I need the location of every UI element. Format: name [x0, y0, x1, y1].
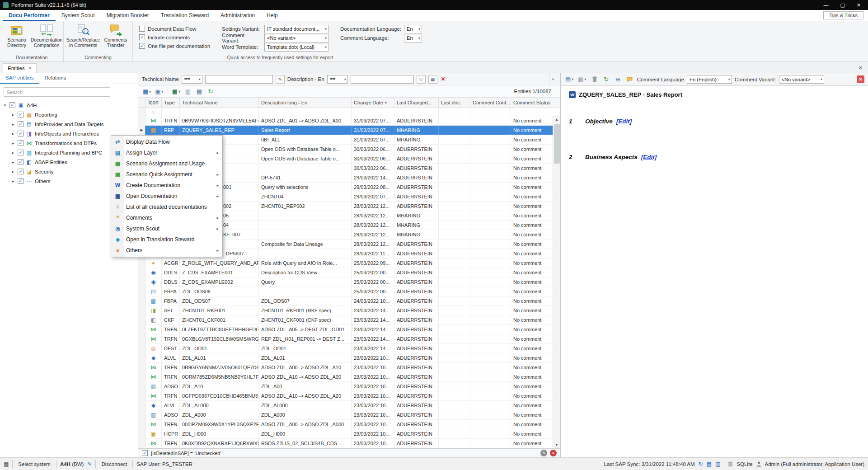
edit-filter-icon[interactable]: ✎ [540, 450, 547, 456]
sync-log-icon[interactable]: ▥ [715, 461, 720, 467]
search-input[interactable] [4, 87, 110, 97]
column-header-last-changed[interactable]: Last Changed... [394, 98, 439, 108]
select-documentation-language[interactable]: En▾ [404, 25, 422, 33]
menu-item-list-of-all-created-documentations[interactable]: ≡List of all created documentations [112, 202, 221, 212]
menu-item-create-documentation[interactable]: WCreate Documentation▸ [112, 180, 221, 191]
table-row[interactable]: ◉DDLSZ_CDS_EXAMPLE002Query25/03/2022 00.… [138, 277, 553, 287]
autofilter-cell[interactable] [180, 108, 259, 116]
wildcard-edit-icon[interactable]: ✎ [276, 75, 285, 84]
edit-link[interactable]: [Edit] [641, 154, 657, 160]
table-row[interactable]: ⋈TRFN0K8XDB92QXNKRXF1JQ6RXWX8RSDS Z2LIS_… [138, 439, 553, 448]
scrollbar-thumb[interactable] [554, 124, 560, 164]
comment-language-select[interactable]: En (English)▾ [687, 75, 732, 84]
table-row[interactable]: ⋈TRFN0B9VW7KSHOSDTZN3VMEL5AF4ADSO ZDL_A0… [138, 116, 553, 126]
close-panel-icon[interactable]: ✕ [856, 65, 865, 73]
vertical-scrollbar[interactable]: ▲ ▼ [553, 116, 560, 448]
close-filter-icon[interactable]: ✕ [550, 450, 557, 456]
menu-item-scenario-assignment-and-usage[interactable]: ▦Scenario Assignment and Usage [112, 158, 221, 169]
autofilter-cell[interactable] [352, 108, 394, 116]
edit-link[interactable]: [Edit] [616, 118, 632, 125]
expander-icon[interactable]: ▸ [11, 122, 15, 127]
column-header-last-doc[interactable]: Last doc. [439, 98, 470, 108]
table-row[interactable]: ⋈TRFN0GFPD0367CD10CBHD465BNU5ADSO ZDL_A1… [138, 391, 553, 401]
table-row[interactable]: ▤FBPAZDL_ODS07ZDL_ODS0724/03/2022 10...A… [138, 296, 553, 306]
expander-icon[interactable]: ▸ [11, 113, 15, 117]
export-option-document-data-flow[interactable]: Document Data Flow [139, 24, 210, 33]
column-header-technical-name[interactable]: Technical Name [180, 98, 259, 108]
expander-icon[interactable]: ▸ [11, 160, 15, 164]
comments-transfer-button[interactable]: Comments Transfer [101, 23, 131, 49]
expander-icon[interactable]: ▸ [11, 179, 15, 183]
grid-view-icon[interactable]: ▤ [195, 87, 204, 96]
autofilter-cell[interactable] [439, 108, 470, 116]
expander-icon[interactable]: ▾ [3, 103, 7, 108]
export-word-icon[interactable]: ▤▾ [564, 75, 574, 84]
select-word-template[interactable]: Template.dotx (Local)▾ [264, 43, 328, 52]
table-row[interactable]: ◉DDLSZ_CDS_EXAMPLE001Description for CDS… [138, 268, 553, 277]
column-header-type[interactable]: Type [162, 98, 180, 108]
tree-item-a4h[interactable]: ▾✓▣A4H [0, 100, 138, 110]
tree-item-reporting[interactable]: ▸✓▦Reporting [0, 110, 138, 119]
save-layout-icon[interactable]: ▣▾ [154, 87, 164, 96]
table-row[interactable]: ⋈TRFN0GXBLGV8T192CL8W0SMSWRGFREP ZDL_H01… [138, 334, 553, 344]
edit-system-icon[interactable]: ✎ [87, 461, 92, 467]
clear-filter-icon[interactable]: ✕ [440, 76, 446, 82]
description-operator-select[interactable]: ==▾ [327, 75, 348, 84]
minimize-button[interactable]: — [823, 2, 828, 8]
table-row[interactable]: ▥ADSOZDL_A000ZDL_A00023/03/2022 10...ADU… [138, 410, 553, 420]
refresh-icon[interactable]: ↻ [206, 87, 215, 96]
documentation-comparison-button[interactable]: Documentation Comparison [32, 23, 61, 49]
table-row[interactable]: ◆ALVLZDL_AL01ZDL_AL0123/03/2022 10...ADU… [138, 353, 553, 363]
select-comment-variant[interactable]: <No variant>▾ [264, 34, 328, 42]
export-doc-icon[interactable]: ▥▾ [577, 75, 587, 84]
checkbox-icon[interactable]: ✓ [18, 150, 23, 155]
expander-icon[interactable]: ▸ [11, 141, 15, 146]
table-row[interactable]: ⋈TRFN0LZFKT9ZTTBC8UEE7RHHGFDGFADSO ZDL_A… [138, 325, 553, 334]
autofilter-cell[interactable] [162, 108, 180, 116]
language-globe-icon[interactable]: ⊕ [614, 75, 623, 84]
table-row[interactable]: ⋈TRFN0B9GGY6NNMZJV0SO601QF7D6ADSO ZDL_A0… [138, 363, 553, 372]
table-row[interactable]: ◨SELZHCNT01_RKF001ZHCNT01_RKF001 (RKF sp… [138, 306, 553, 315]
table-row[interactable]: ◆ALVLZDL_AL000ZDL_AL00023/03/2022 10...A… [138, 401, 553, 410]
technical-name-operator-select[interactable]: ==▾ [182, 75, 202, 84]
checkbox-icon[interactable]: ✓ [18, 131, 23, 136]
column-header-icon[interactable]: Icon [145, 98, 162, 108]
disconnect-button[interactable]: Disconnect [99, 461, 129, 467]
ribbon-tab-administration[interactable]: Administration [215, 10, 261, 21]
customize-grid-icon[interactable]: ▦ [428, 75, 437, 84]
ribbon-tab-migration-booster[interactable]: Migration Booster [101, 10, 155, 21]
technical-name-filter-input[interactable] [205, 75, 273, 84]
export-option-include-comments[interactable]: ✓Include comments [139, 33, 210, 42]
checkbox-icon[interactable]: ✓ [18, 112, 23, 118]
table-row[interactable]: ▶▦REPZQUERY_SALES_REPSales Report31/03/2… [138, 126, 553, 135]
footer-filter-checkbox[interactable]: ✓ [142, 450, 148, 456]
close-tab-icon[interactable]: ✕ [28, 66, 32, 70]
checkbox-icon[interactable]: ✓ [9, 102, 15, 108]
menu-item-open-in-translation-steward[interactable]: ◆Open in Translation Steward [112, 234, 221, 245]
column-header-comment-conf[interactable]: Comment Conf... [470, 98, 511, 108]
scroll-down-icon[interactable]: ▼ [553, 442, 560, 448]
table-row[interactable]: ◎DESTZDL_OD01ZDL_OD0123/03/2022 14...ADU… [138, 344, 553, 353]
table-row[interactable]: ●ACGRZ_ROLE_WITH_QUERY_AND_AFRole with Q… [138, 258, 553, 268]
autofilter-cell[interactable]: ▽ [145, 108, 162, 116]
table-row[interactable]: ▣HCPRZDL_H000ZDL_H00023/03/2022 10...ADU… [138, 429, 553, 439]
maximize-button[interactable]: ▢ [840, 2, 845, 8]
tab-entities[interactable]: Entities ✕ [3, 63, 37, 73]
tips-and-tricks-button[interactable]: Tips & Tricks [823, 11, 863, 19]
ribbon-tab-system-scout[interactable]: System Scout [56, 10, 101, 21]
table-row[interactable]: ▥ADSOZDL_A10ZDL_A0023/03/2022 10...ADUER… [138, 382, 553, 391]
scenario-directory-button[interactable]: Scenario Directory [2, 23, 32, 49]
ribbon-tab-help[interactable]: Help [261, 10, 284, 21]
tab-sap-entities[interactable]: SAP entities [0, 73, 39, 84]
layout-settings-icon[interactable]: ▦▾ [142, 87, 152, 96]
checkbox-icon[interactable]: ✓ [18, 140, 23, 146]
checkbox-icon[interactable]: ✓ [18, 169, 23, 174]
comments-bubble-icon[interactable] [625, 75, 634, 84]
filter-dropdown-icon[interactable]: ▾ [549, 73, 557, 85]
column-chooser-icon[interactable]: ▥ [183, 87, 192, 96]
sync-doc-icon[interactable]: ↻ [602, 75, 611, 84]
search-replace-comments-button[interactable]: Search/Replace in Comments [66, 23, 101, 49]
sync-now-icon[interactable]: ↻ [699, 461, 703, 467]
menu-item-comments[interactable]: ❝Comments▸ [112, 212, 221, 223]
column-header-description-long-en[interactable]: Description long - En [259, 98, 352, 108]
